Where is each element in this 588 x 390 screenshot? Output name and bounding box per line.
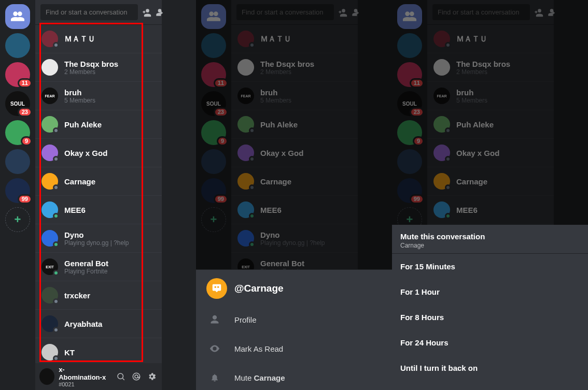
svg-point-1: [133, 373, 140, 380]
mute-title: Mute this conversation: [400, 232, 580, 241]
conversation-item[interactable]: Okay x God: [231, 139, 358, 167]
conversation-item[interactable]: EXITGeneral BotPlaying Fortnite: [35, 253, 162, 281]
status-dot: [53, 213, 59, 219]
conversation-item[interactable]: ＭＡＴＵ: [427, 25, 554, 53]
conversation-item[interactable]: MEE6: [427, 196, 554, 224]
mute-mic-icon[interactable]: [115, 370, 127, 383]
guild-item[interactable]: 11: [397, 62, 422, 87]
conversation-name: ＭＡＴＵ: [456, 34, 487, 44]
guild-item[interactable]: 99: [5, 178, 30, 203]
guild-add[interactable]: +: [5, 207, 30, 232]
conversation-item[interactable]: Okay x God: [35, 139, 162, 167]
conversation-item[interactable]: DynoPlaying dyno.gg | ?help: [231, 224, 358, 253]
conversation-subtext: 2 Members: [260, 68, 314, 76]
conversation-item[interactable]: FEARbruh5 Members: [427, 82, 554, 110]
status-dot: [249, 241, 255, 248]
conversation-item[interactable]: Puh Aleke: [35, 110, 162, 139]
conversation-name: Puh Aleke: [456, 120, 494, 129]
conversation-item[interactable]: MEE6: [231, 196, 358, 224]
conversation-avatar: [41, 59, 58, 76]
conversation-item[interactable]: Aryabhata: [35, 310, 162, 338]
guild-item[interactable]: [5, 149, 30, 174]
context-item-mute-carnage[interactable]: Mute Carnage: [196, 363, 392, 390]
conversation-item[interactable]: FEARbruh5 Members: [231, 82, 358, 110]
guild-item[interactable]: 9: [397, 120, 422, 145]
context-item-profile[interactable]: Profile: [196, 305, 392, 334]
conversation-name: Carnage: [260, 177, 291, 186]
conversation-item[interactable]: DynoPlaying dyno.gg | ?help: [35, 224, 162, 253]
conversation-item[interactable]: Puh Aleke: [231, 110, 358, 139]
conversation-name: Carnage: [64, 177, 95, 186]
guild-item[interactable]: [201, 33, 226, 58]
guild-home[interactable]: [397, 4, 422, 29]
add-friend-icon[interactable]: [155, 6, 165, 19]
guild-item[interactable]: SOUL23: [397, 91, 422, 116]
guild-badge: 9: [217, 136, 228, 146]
conversation-name: The Dsqx bros: [260, 60, 314, 68]
conversation-avatar: [41, 31, 58, 47]
guild-badge: 99: [214, 194, 228, 204]
conversation-name: Carnage: [456, 177, 487, 186]
svg-point-0: [118, 373, 123, 379]
guild-item[interactable]: SOUL23: [5, 91, 30, 116]
conversation-item[interactable]: Puh Aleke: [427, 110, 554, 139]
conversation-subtext: 5 Members: [456, 97, 487, 104]
new-group-dm-icon[interactable]: [141, 6, 151, 19]
guild-item[interactable]: SOUL23: [201, 91, 226, 116]
conversation-item[interactable]: The Dsqx bros2 Members: [35, 53, 162, 82]
guild-item[interactable]: 11: [201, 62, 226, 87]
conversation-item[interactable]: KT: [35, 338, 162, 363]
conversation-item[interactable]: The Dsqx bros2 Members: [427, 53, 554, 82]
guild-item[interactable]: 9: [5, 120, 30, 145]
mute-option[interactable]: For 24 Hours: [392, 330, 588, 355]
search-input[interactable]: [40, 4, 138, 20]
mute-option[interactable]: For 8 Hours: [392, 305, 588, 330]
conversation-item[interactable]: Carnage: [231, 167, 358, 196]
conversation-item[interactable]: trxcker: [35, 281, 162, 310]
conversation-item[interactable]: ＭＡＴＵ: [35, 25, 162, 53]
new-group-dm-icon[interactable]: [337, 6, 347, 19]
guild-item[interactable]: [201, 149, 226, 174]
conversation-item[interactable]: ＭＡＴＵ: [231, 25, 358, 53]
guild-item[interactable]: 99: [397, 178, 422, 203]
person-icon: [207, 312, 222, 327]
conversation-subtext: 2 Members: [64, 68, 118, 76]
conversation-item[interactable]: Carnage: [35, 167, 162, 196]
guild-badge: 23: [18, 107, 32, 117]
conversation-item[interactable]: Carnage: [427, 167, 554, 196]
conversation-item[interactable]: Okay x God: [427, 139, 554, 167]
mute-option[interactable]: For 15 Minutes: [392, 254, 588, 279]
mentions-icon[interactable]: [131, 370, 142, 383]
settings-gear-icon[interactable]: [146, 370, 158, 383]
new-group-dm-icon[interactable]: [533, 6, 543, 19]
guild-item[interactable]: [397, 33, 422, 58]
conversation-subtext: Playing dyno.gg | ?help: [260, 239, 325, 247]
context-item-mark-as-read[interactable]: Mark As Read: [196, 334, 392, 363]
guild-item[interactable]: 11: [5, 62, 30, 87]
conversation-item[interactable]: FEARbruh5 Members: [35, 82, 162, 110]
mute-option[interactable]: For 1 Hour: [392, 279, 588, 305]
guild-add[interactable]: +: [201, 207, 226, 232]
conversation-item[interactable]: The Dsqx bros2 Members: [231, 53, 358, 82]
conversation-subtext: 5 Members: [64, 97, 95, 104]
guild-item[interactable]: [397, 149, 422, 174]
conversation-avatar: [237, 59, 254, 76]
add-friend-icon[interactable]: [547, 6, 557, 19]
conversation-item[interactable]: MEE6: [35, 196, 162, 224]
self-avatar[interactable]: [39, 368, 54, 385]
search-input[interactable]: [432, 4, 530, 20]
mute-option[interactable]: Until I turn it back on: [392, 355, 588, 381]
conversation-name: General Bot: [64, 259, 108, 268]
conversation-subtext: 5 Members: [260, 97, 291, 104]
search-input[interactable]: [236, 4, 334, 20]
add-friend-icon[interactable]: [351, 6, 361, 19]
guild-home[interactable]: [5, 4, 30, 29]
conversation-avatar: [41, 116, 58, 133]
guild-item[interactable]: [5, 33, 30, 58]
status-dot: [53, 298, 59, 305]
guild-home[interactable]: [201, 4, 226, 29]
guild-item[interactable]: 99: [201, 178, 226, 203]
guild-item[interactable]: 9: [201, 120, 226, 145]
status-dot: [53, 327, 59, 333]
status-dot: [249, 184, 255, 191]
